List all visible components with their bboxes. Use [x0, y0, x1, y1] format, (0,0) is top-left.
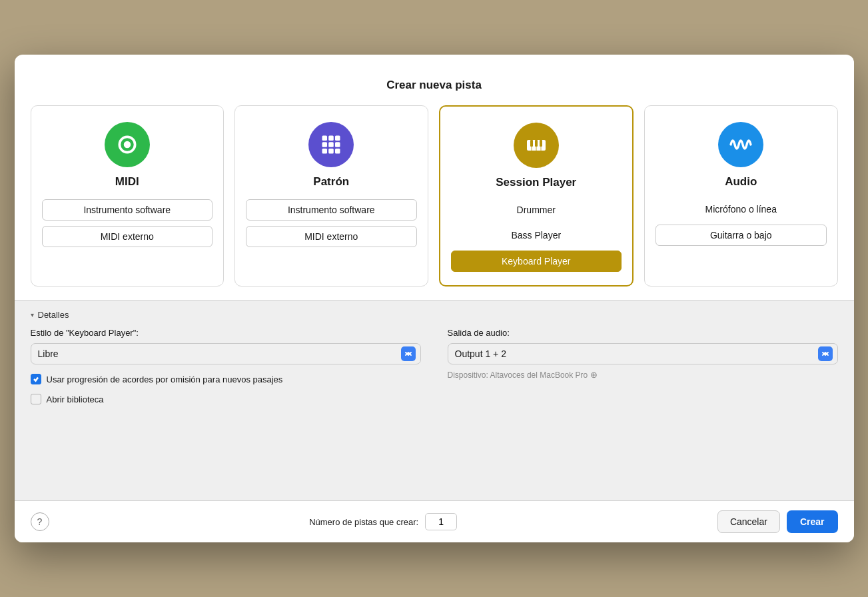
chord-progression-label: Usar progresión de acordes por omisión p…	[47, 374, 283, 384]
svg-rect-8	[335, 149, 340, 154]
chord-progression-checkbox-row[interactable]: Usar progresión de acordes por omisión p…	[31, 374, 421, 384]
svg-rect-10	[530, 140, 533, 147]
midi-card[interactable]: MIDI Instrumento software MIDI externo	[31, 105, 224, 287]
midi-software-btn[interactable]: Instrumento software	[42, 199, 213, 221]
style-select[interactable]: Libre	[31, 343, 421, 364]
dialog-title: Crear nueva pista	[28, 68, 841, 105]
svg-rect-2	[335, 136, 340, 141]
device-label: Dispositivo: Altavoces del MacBook Pro	[448, 370, 588, 380]
details-body: Estilo de "Keyboard Player": Libre	[15, 328, 854, 420]
audio-icon	[718, 122, 763, 167]
dialog-footer: ? Número de pistas que crear: Cancelar C…	[15, 500, 854, 542]
session-player-label: Session Player	[496, 176, 576, 189]
audio-card[interactable]: Audio Micrófono o línea Guitarra o bajo	[644, 105, 838, 287]
svg-rect-3	[322, 142, 328, 147]
midi-external-btn[interactable]: MIDI externo	[42, 226, 213, 247]
patron-label: Patrón	[313, 175, 349, 189]
create-track-dialog: Crear nueva pista MIDI Instrumento softw…	[15, 55, 854, 542]
cancel-button[interactable]: Cancelar	[717, 510, 780, 533]
dialog-header: Crear nueva pista	[15, 55, 854, 105]
help-button[interactable]: ?	[31, 512, 49, 531]
create-button[interactable]: Crear	[787, 510, 838, 533]
audio-output-select-wrapper: Output 1 + 2	[448, 343, 838, 364]
bass-player-option[interactable]: Bass Player	[451, 225, 622, 245]
details-chevron-icon: ▾	[31, 311, 34, 318]
style-field-label: Estilo de "Keyboard Player":	[31, 328, 421, 338]
details-left-col: Estilo de "Keyboard Player": Libre	[31, 328, 421, 404]
svg-rect-1	[329, 136, 334, 141]
footer-center: Número de pistas que crear:	[309, 513, 457, 530]
patron-external-btn[interactable]: MIDI externo	[246, 226, 417, 247]
mic-option[interactable]: Micrófono o línea	[655, 199, 827, 219]
audio-output-field-label: Salida de audio:	[448, 328, 838, 338]
open-library-checkbox-row[interactable]: Abrir biblioteca	[31, 394, 421, 404]
details-section: ▾ Detalles Estilo de "Keyboard Player": …	[15, 300, 854, 500]
tracks-count-label: Número de pistas que crear:	[309, 517, 418, 527]
midi-icon	[105, 122, 150, 167]
session-player-card[interactable]: Session Player Drummer Bass Player Keybo…	[439, 105, 634, 287]
patron-card[interactable]: Patrón Instrumento software MIDI externo	[234, 105, 428, 287]
details-label: Detalles	[38, 310, 69, 320]
details-spacer	[15, 420, 854, 500]
details-right-col: Salida de audio: Output 1 + 2 Dispositiv…	[448, 328, 838, 404]
patron-options: Instrumento software MIDI externo	[246, 199, 417, 247]
svg-rect-12	[540, 140, 542, 147]
svg-rect-5	[335, 142, 340, 147]
open-library-checkbox[interactable]	[31, 394, 41, 404]
audio-label: Audio	[725, 175, 757, 189]
session-player-icon	[514, 123, 559, 168]
details-header[interactable]: ▾ Detalles	[15, 300, 854, 328]
footer-right: Cancelar Crear	[717, 510, 838, 533]
style-select-wrapper: Libre	[31, 343, 421, 364]
svg-rect-11	[535, 140, 538, 147]
tracks-count-input[interactable]	[425, 513, 457, 530]
keyboard-player-option[interactable]: Keyboard Player	[451, 251, 622, 272]
svg-rect-6	[322, 149, 328, 154]
track-type-cards: MIDI Instrumento software MIDI externo	[15, 105, 854, 300]
patron-software-btn[interactable]: Instrumento software	[246, 199, 417, 221]
audio-output-select[interactable]: Output 1 + 2	[448, 343, 838, 364]
open-library-label: Abrir biblioteca	[47, 394, 104, 404]
svg-rect-7	[329, 149, 334, 154]
guitar-option[interactable]: Guitarra o bajo	[655, 225, 827, 246]
device-arrow-icon: ⊕	[590, 370, 598, 380]
session-player-options: Drummer Bass Player Keyboard Player	[451, 200, 622, 272]
patron-icon	[308, 122, 354, 167]
svg-rect-4	[329, 142, 334, 147]
audio-options: Micrófono o línea Guitarra o bajo	[655, 199, 827, 246]
chord-progression-checkbox[interactable]	[31, 374, 41, 384]
device-info: Dispositivo: Altavoces del MacBook Pro ⊕	[448, 370, 838, 380]
midi-options: Instrumento software MIDI externo	[42, 199, 213, 247]
drummer-option[interactable]: Drummer	[451, 200, 622, 220]
midi-label: MIDI	[115, 175, 139, 189]
svg-rect-0	[322, 136, 328, 141]
